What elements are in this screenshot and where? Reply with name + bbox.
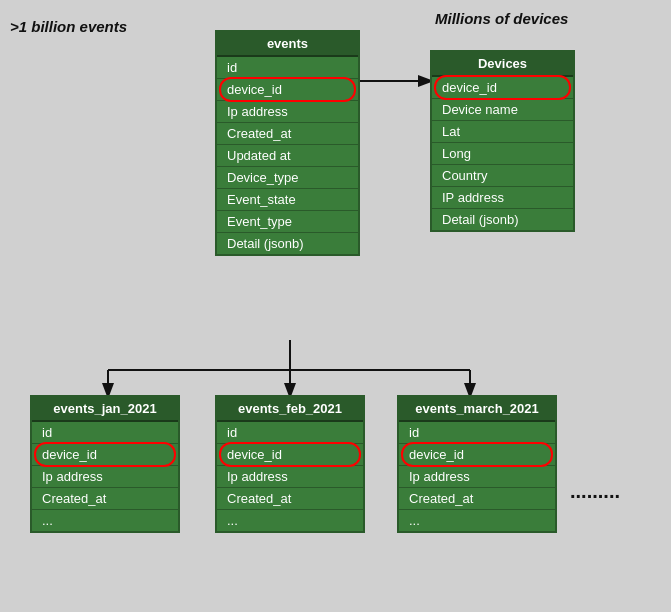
events-row-detail: Detail (jsonb) <box>217 233 358 254</box>
feb-row-device-id: device_id <box>217 444 363 466</box>
march-row-id: id <box>399 422 555 444</box>
events-feb-table-header: events_feb_2021 <box>217 397 363 422</box>
devices-row-lat: Lat <box>432 121 573 143</box>
march-row-dots: ... <box>399 510 555 531</box>
march-row-created: Created_at <box>399 488 555 510</box>
events-row-event-type: Event_type <box>217 211 358 233</box>
events-row-event-state: Event_state <box>217 189 358 211</box>
events-table-header: events <box>217 32 358 57</box>
devices-row-device-id: device_id <box>432 77 573 99</box>
feb-row-ip: Ip address <box>217 466 363 488</box>
continuation-dots: ......... <box>570 480 620 503</box>
jan-row-ip: Ip address <box>32 466 178 488</box>
jan-row-created: Created_at <box>32 488 178 510</box>
devices-table-header: Devices <box>432 52 573 77</box>
march-row-device-id: device_id <box>399 444 555 466</box>
devices-row-country: Country <box>432 165 573 187</box>
jan-row-id: id <box>32 422 178 444</box>
devices-row-ip: IP address <box>432 187 573 209</box>
events-table: events id device_id Ip address Created_a… <box>215 30 360 256</box>
events-march-table-header: events_march_2021 <box>399 397 555 422</box>
events-row-updated: Updated at <box>217 145 358 167</box>
feb-row-dots: ... <box>217 510 363 531</box>
events-row-device-id: device_id <box>217 79 358 101</box>
events-jan-table-header: events_jan_2021 <box>32 397 178 422</box>
events-row-ip: Ip address <box>217 101 358 123</box>
events-feb-table: events_feb_2021 id device_id Ip address … <box>215 395 365 533</box>
feb-row-id: id <box>217 422 363 444</box>
jan-row-dots: ... <box>32 510 178 531</box>
devices-row-long: Long <box>432 143 573 165</box>
events-row-device-type: Device_type <box>217 167 358 189</box>
jan-row-device-id: device_id <box>32 444 178 466</box>
millions-devices-label: Millions of devices <box>435 10 568 27</box>
events-jan-table: events_jan_2021 id device_id Ip address … <box>30 395 180 533</box>
events-row-created: Created_at <box>217 123 358 145</box>
devices-row-device-name: Device name <box>432 99 573 121</box>
billion-events-label: >1 billion events <box>10 18 127 35</box>
march-row-ip: Ip address <box>399 466 555 488</box>
events-march-table: events_march_2021 id device_id Ip addres… <box>397 395 557 533</box>
events-row-id: id <box>217 57 358 79</box>
devices-row-detail: Detail (jsonb) <box>432 209 573 230</box>
feb-row-created: Created_at <box>217 488 363 510</box>
devices-table: Devices device_id Device name Lat Long C… <box>430 50 575 232</box>
